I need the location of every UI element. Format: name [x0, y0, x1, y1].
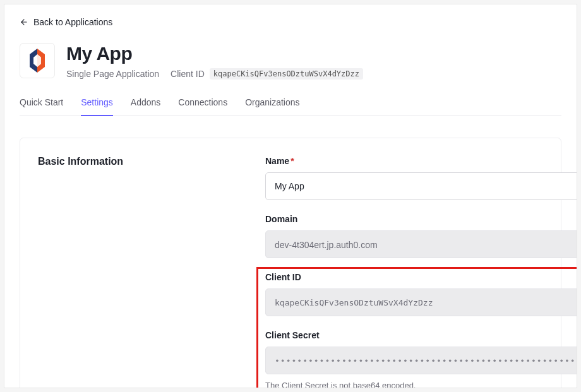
client-secret-value: ••••••••••••••••••••••••••••••••••••••••… — [265, 347, 577, 374]
tab-addons[interactable]: Addons — [131, 97, 160, 116]
field-domain: Domain dev-4t304ert.jp.auth0.com — [265, 214, 577, 258]
domain-label: Domain — [265, 214, 577, 224]
back-label: Back to Applications — [33, 17, 112, 27]
app-logo-icon — [27, 49, 47, 73]
tab-connections[interactable]: Connections — [178, 97, 227, 116]
back-to-applications-link[interactable]: Back to Applications — [20, 17, 112, 27]
tabs: Quick Start Settings Addons Connections … — [20, 97, 561, 116]
app-type: Single Page Application — [66, 69, 159, 79]
field-client-id: Client ID kqapeCKisQFv3ensODztuWSvX4dYzD… — [265, 272, 577, 316]
basic-info-card: Basic Information Name* Domain — [20, 138, 561, 388]
arrow-left-icon — [20, 18, 28, 27]
section-title: Basic Information — [38, 156, 240, 167]
name-input[interactable] — [265, 172, 577, 200]
name-label: Name* — [265, 156, 577, 166]
app-logo — [20, 43, 55, 78]
domain-value: dev-4t304ert.jp.auth0.com — [265, 230, 577, 258]
field-name: Name* — [265, 156, 577, 200]
tab-organizations[interactable]: Organizations — [245, 97, 299, 116]
tab-settings[interactable]: Settings — [81, 97, 113, 116]
app-settings-page: Back to Applications My App Single Page … — [4, 4, 577, 388]
field-client-secret: Client Secret ••••••••••••••••••••••••••… — [265, 330, 577, 388]
required-mark: * — [290, 156, 294, 166]
client-id-label: Client ID — [265, 272, 577, 282]
app-title: My App — [66, 43, 363, 64]
client-secret-label: Client Secret — [265, 330, 577, 340]
app-header: My App Single Page Application Client ID… — [20, 43, 561, 80]
client-id-inline-value: kqapeCKisQFv3ensODztuWSvX4dYzDzz — [210, 68, 363, 80]
client-secret-helper: The Client Secret is not base64 encoded. — [265, 381, 577, 388]
client-id-value: kqapeCKisQFv3ensODztuWSvX4dYzDzz — [265, 288, 577, 316]
tab-quick-start[interactable]: Quick Start — [20, 97, 63, 116]
client-id-inline-label: Client ID — [171, 69, 205, 79]
